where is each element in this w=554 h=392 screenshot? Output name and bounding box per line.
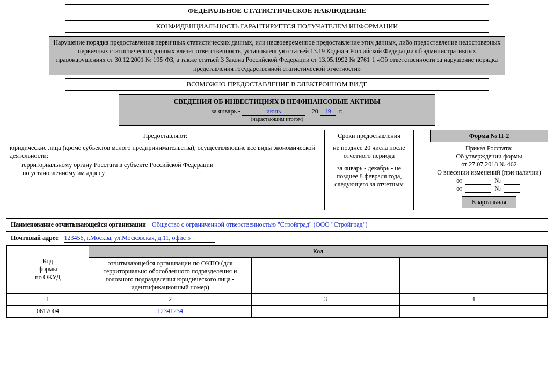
colnum-2: 2 xyxy=(89,293,252,305)
order-line-1: Приказ Росстата: xyxy=(430,144,548,153)
codes-table: Код формы по ОКУД Код отчитывающейся орг… xyxy=(6,245,548,317)
order-line-3: от 27.07.2018 № 462 xyxy=(430,161,548,169)
confidentiality-box: КОНФИДЕНЦИАЛЬНОСТЬ ГАРАНТИРУЕТСЯ ПОЛУЧАТ… xyxy=(65,20,489,33)
okud-l2: формы xyxy=(10,265,85,273)
provide-table: Предоставляют: Сроки предоставления юрид… xyxy=(6,130,414,210)
order-line-2: Об утверждении формы xyxy=(430,153,548,161)
code-val-3[interactable] xyxy=(252,305,400,317)
order-line-4: О внесении изменений (при наличии) xyxy=(430,169,548,177)
colnum-3: 3 xyxy=(252,293,400,305)
legal-notice: Нарушение порядка предоставления первичн… xyxy=(49,36,505,75)
from-date-2[interactable] xyxy=(465,186,491,193)
okud-l1: Код xyxy=(10,257,85,265)
deadline-2: за январь - декабрь - не позднее 8 февра… xyxy=(328,164,410,188)
okud-l3: по ОКУД xyxy=(10,273,85,281)
from-label-2: от xyxy=(456,185,462,192)
colnum-1: 1 xyxy=(7,293,89,305)
year-prefix: 20 xyxy=(312,107,318,115)
org-name-label: Наименование отчитывающейся организации xyxy=(11,221,146,228)
num-label-1: № xyxy=(494,177,500,184)
num-label-2: № xyxy=(494,185,500,192)
okpo-desc: отчитывающейся организации по ОКПО (для … xyxy=(89,257,252,293)
code-val-4[interactable] xyxy=(399,305,548,317)
period-month-input[interactable]: июнь xyxy=(242,107,305,116)
org-name-input[interactable]: Общество с ограниченной ответственностью… xyxy=(152,221,453,229)
okpo-value[interactable]: 12341234 xyxy=(89,305,252,317)
from-num-2[interactable] xyxy=(504,186,520,193)
provide-who-3: по установленному им адресу xyxy=(10,169,321,177)
provide-header: Предоставляют: xyxy=(6,130,325,142)
report-title: СВЕДЕНИЯ ОБ ИНВЕСТИЦИЯХ В НЕФИНАНСОВЫЕ А… xyxy=(123,98,431,106)
period-block: СВЕДЕНИЯ ОБ ИНВЕСТИЦИЯХ В НЕФИНАНСОВЫЕ А… xyxy=(119,94,435,126)
code-col3 xyxy=(252,257,400,293)
form-number-box: Форма № П-2 xyxy=(430,130,548,142)
provide-who-2: - территориальному органу Росстата в суб… xyxy=(10,161,321,169)
org-block: Наименование отчитывающейся организации … xyxy=(6,218,548,318)
code-col4 xyxy=(399,257,548,293)
year-end: г. xyxy=(339,107,343,115)
main-title: ФЕДЕРАЛЬНОЕ СТАТИСТИЧЕСКОЕ НАБЛЮДЕНИЕ xyxy=(65,4,489,17)
deadline-header: Сроки предоставления xyxy=(325,130,414,142)
okud-value: 0617004 xyxy=(7,305,89,317)
cumulative-note: (нарастающим итогом) xyxy=(123,116,431,122)
periodicity-box: Квартальная xyxy=(462,196,516,208)
code-header: Код xyxy=(89,245,548,257)
deadline-1: не позднее 20 числа после отчетного пери… xyxy=(328,144,410,160)
org-addr-label: Почтовый адрес xyxy=(11,234,59,242)
from-num-1[interactable] xyxy=(504,178,520,185)
org-addr-input[interactable]: 123456, г.Москва, ул.Московская, д.11, о… xyxy=(64,234,215,243)
electronic-note: ВОЗМОЖНО ПРЕДОСТАВЛЕНИЕ В ЭЛЕКТРОННОМ ВИ… xyxy=(65,78,489,91)
provide-who-1: юридические лица (кроме субъектов малого… xyxy=(10,144,321,160)
form-info: Форма № П-2 Приказ Росстата: Об утвержде… xyxy=(430,130,548,208)
period-prefix: за январь - xyxy=(212,107,242,115)
colnum-4: 4 xyxy=(399,293,548,305)
period-year-input[interactable]: 19 xyxy=(320,107,336,116)
from-label-1: от xyxy=(456,177,462,184)
from-date-1[interactable] xyxy=(465,178,491,185)
